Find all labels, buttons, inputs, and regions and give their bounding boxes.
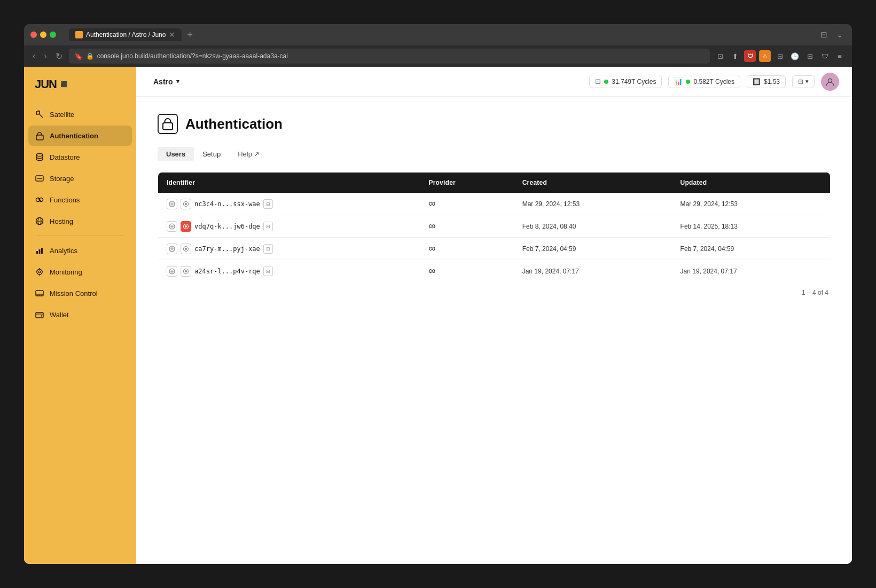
history-icon[interactable]: 🕒 [789, 50, 801, 62]
provider-cell: ∞ [420, 193, 513, 215]
sidebar-item-datastore[interactable]: Datastore [28, 147, 132, 167]
svg-point-39 [185, 203, 187, 205]
project-selector[interactable]: Astro ▾ [149, 75, 184, 88]
browser-icons: ⊡ ⬆ 🛡 ⚠ ⊟ 🕒 ⊞ 🛡 ≡ [714, 50, 846, 62]
identifier-text: a24sr-l...p4v-rqe [194, 268, 260, 275]
svg-point-49 [185, 248, 187, 250]
row-icon-right[interactable] [181, 244, 191, 254]
tab-close-icon[interactable]: ✕ [169, 30, 175, 39]
row-icon-right[interactable] [181, 221, 191, 232]
tab-favicon-icon [75, 31, 83, 38]
satellite-cycles-badge[interactable]: ⊡ 31.749T Cycles [589, 75, 662, 88]
url-text: console.juno.build/authentication/?s=nkz… [97, 52, 288, 60]
back-button[interactable]: ‹ [30, 50, 37, 62]
address-bar[interactable]: 🔖 🔒 console.juno.build/authentication/?s… [69, 49, 710, 64]
svg-line-1 [40, 114, 43, 118]
identifier-copy-icon[interactable]: ⊟ [263, 244, 273, 254]
table-row[interactable]: ca7ry-m...pyj-xae ⊟ ∞Feb 7, 2024, 04:59F… [158, 238, 831, 260]
sidebar-divider [37, 236, 123, 236]
satellite-icon [35, 109, 44, 119]
identifier-cell: ca7ry-m...pyj-xae ⊟ [167, 244, 411, 254]
project-name: Astro [153, 77, 173, 86]
sidebar-item-hosting[interactable]: Hosting [28, 211, 132, 231]
sidebar-item-mission-control[interactable]: Mission Control [28, 283, 132, 303]
row-icon-left[interactable] [167, 221, 177, 232]
minimize-button[interactable] [40, 32, 46, 38]
sidebar-item-functions[interactable]: Functions [28, 190, 132, 210]
extensions-icon[interactable]: ⚠ [759, 50, 771, 62]
row-icon-left[interactable] [167, 199, 177, 209]
traffic-lights [30, 32, 56, 38]
cycles-status-dot [604, 80, 608, 84]
table-row[interactable]: vdq7q-k...jw6-dqe ⊟ ∞Feb 8, 2024, 08:40F… [158, 215, 831, 238]
screen-share-icon[interactable]: ⊡ [714, 50, 726, 62]
ublock-icon[interactable]: 🛡 [744, 50, 756, 62]
identifier-copy-icon[interactable]: ⊟ [263, 266, 273, 276]
share-icon[interactable]: ⬆ [729, 50, 741, 62]
forward-button[interactable]: › [42, 50, 49, 62]
copy-chevron-icon: ▾ [805, 78, 809, 85]
reader-mode-icon[interactable]: ⊟ [774, 50, 786, 62]
extensions2-icon[interactable]: ⊞ [804, 50, 816, 62]
refresh-button[interactable]: ↻ [53, 50, 65, 62]
svg-rect-4 [36, 135, 43, 140]
provider-cell: ∞ [420, 238, 513, 260]
row-icon-right[interactable] [181, 266, 191, 277]
provider-cell: ∞ [420, 215, 513, 238]
identifier-text: nc3c4-n...ssx-wae [194, 200, 260, 208]
tab-users[interactable]: Users [158, 147, 194, 161]
wallet-icon [35, 310, 44, 319]
table-row[interactable]: a24sr-l...p4v-rqe ⊟ ∞Jan 19, 2024, 07:17… [158, 260, 831, 283]
tab-setup[interactable]: Setup [194, 147, 229, 161]
usd-badge[interactable]: 🔲 $1.53 [747, 75, 786, 88]
tab-help[interactable]: Help ↗ [229, 147, 268, 161]
active-tab[interactable]: Authentication / Astro / Juno ✕ [69, 28, 182, 41]
functions-icon [35, 195, 44, 205]
sidebar-item-authentication-label: Authentication [50, 132, 98, 140]
sidebar-item-analytics[interactable]: Analytics [28, 240, 132, 261]
mission-cycles-badge[interactable]: 📊 0.582T Cycles [668, 75, 740, 88]
menu-icon[interactable]: ≡ [834, 50, 846, 62]
copy-badge[interactable]: ⊟ ▾ [792, 75, 815, 88]
user-avatar-button[interactable] [821, 73, 839, 91]
sidebar-toggle-icon[interactable]: ⊟ [818, 29, 830, 41]
sidebar-item-wallet-label: Wallet [50, 311, 69, 319]
page-title: Authentication [185, 116, 283, 132]
row-icon-left[interactable] [167, 244, 177, 254]
analytics-icon [35, 246, 44, 255]
row-icon-right[interactable] [181, 199, 191, 209]
maximize-button[interactable] [50, 32, 56, 38]
main-content: Astro ▾ ⊡ 31.749T Cycles 📊 0.582T Cycles [136, 67, 852, 564]
svg-point-26 [37, 295, 38, 296]
sidebar-item-authentication[interactable]: Authentication [28, 126, 132, 146]
identifier-copy-icon[interactable]: ⊟ [263, 222, 273, 231]
identifier-copy-icon[interactable]: ⊟ [263, 199, 273, 209]
identifier-cell: a24sr-l...p4v-rqe ⊟ [167, 266, 411, 277]
updated-cell: Jan 19, 2024, 07:17 [672, 260, 831, 283]
shield2-icon[interactable]: 🛡 [819, 50, 831, 62]
svg-rect-16 [39, 249, 41, 254]
sidebar-item-storage-label: Storage [50, 175, 74, 183]
chevron-down-icon[interactable]: ⌄ [834, 29, 846, 41]
updated-cell: Feb 7, 2024, 04:59 [672, 238, 831, 260]
svg-rect-15 [36, 251, 38, 254]
sidebar-item-satellite[interactable]: Satellite [28, 104, 132, 124]
sidebar: JUN◾ Satellite [24, 67, 136, 564]
hosting-icon [35, 216, 44, 226]
provider-infinity-icon: ∞ [428, 198, 435, 209]
provider-cell: ∞ [420, 260, 513, 283]
provider-infinity-icon: ∞ [428, 221, 435, 231]
updated-cell: Feb 14, 2025, 18:13 [672, 215, 831, 238]
sidebar-item-monitoring[interactable]: Monitoring [28, 262, 132, 282]
sidebar-item-storage[interactable]: Storage [28, 168, 132, 189]
identifier-cell: vdq7q-k...jw6-dqe ⊟ [167, 221, 411, 232]
new-tab-button[interactable]: + [184, 28, 196, 42]
row-icon-left[interactable] [167, 266, 177, 277]
svg-point-18 [37, 269, 42, 275]
sidebar-item-wallet[interactable]: Wallet [28, 304, 132, 325]
close-button[interactable] [30, 32, 37, 38]
logo-area: JUN◾ [24, 67, 136, 104]
page-header-icon [158, 114, 178, 134]
table-row[interactable]: nc3c4-n...ssx-wae ⊟ ∞Mar 29, 2024, 12:53… [158, 193, 831, 215]
mission-control-icon [35, 288, 44, 298]
